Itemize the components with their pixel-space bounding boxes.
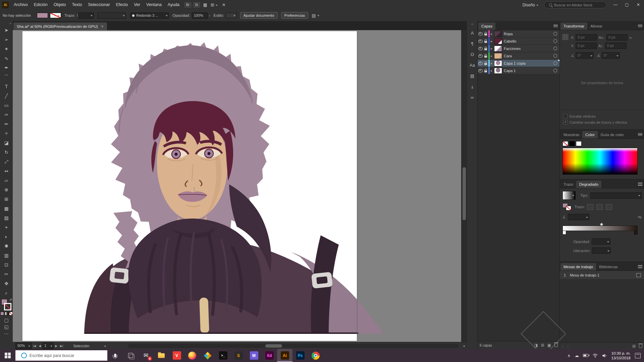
asset-export-panel-icon[interactable]: ⤓ bbox=[467, 81, 478, 92]
maximize-button[interactable]: ▢ bbox=[621, 0, 633, 10]
workspace-switcher[interactable]: Diseño bbox=[523, 3, 539, 7]
tab-degradado[interactable]: Degradado bbox=[576, 181, 601, 188]
horizontal-scrollbar[interactable] bbox=[128, 344, 459, 348]
tool-paintbrush[interactable]: ✑ bbox=[0, 110, 13, 119]
layer-visibility-toggle[interactable] bbox=[478, 62, 483, 65]
taskbar-app-mail[interactable]: ✉ 6 bbox=[138, 349, 154, 362]
layer-visibility-toggle[interactable] bbox=[478, 69, 483, 72]
layer-lock-toggle[interactable] bbox=[483, 62, 488, 65]
color-button[interactable] bbox=[0, 312, 4, 315]
document-tab[interactable]: Sha.ai* al 50% (RGB/Previsualización de … bbox=[13, 22, 107, 30]
opacity-panel-arrow[interactable]: › bbox=[209, 13, 210, 17]
scale-corners-checkbox[interactable] bbox=[563, 114, 568, 118]
layer-lock-toggle[interactable] bbox=[483, 32, 488, 36]
volume-icon[interactable] bbox=[602, 354, 607, 358]
tool-symbol-sprayer[interactable]: ✺ bbox=[0, 241, 13, 251]
tool-artboard[interactable]: ⊡ bbox=[0, 260, 13, 269]
scale-strokes-checkbox[interactable]: ✓ bbox=[563, 120, 568, 124]
artboards-panel-icon[interactable]: ▤ bbox=[467, 71, 478, 81]
panel-menu-icon[interactable] bbox=[638, 265, 642, 268]
panel-menu-icon[interactable] bbox=[638, 24, 642, 27]
layer-expand-icon[interactable]: ▸ bbox=[490, 54, 493, 58]
tab-muestras[interactable]: Muestras bbox=[560, 131, 582, 138]
character-panel-icon[interactable]: A bbox=[467, 28, 478, 39]
menu-edicion[interactable]: Edición bbox=[31, 0, 51, 10]
opentype-panel-icon[interactable]: O bbox=[467, 49, 478, 60]
scroll-left-icon[interactable]: ▸ bbox=[105, 344, 106, 348]
brush-definition[interactable]: Redondo 3 ... bbox=[130, 12, 169, 19]
new-sublayer-icon[interactable]: ⊞ bbox=[541, 343, 544, 348]
layer-target-circle[interactable] bbox=[553, 32, 557, 36]
close-tab-icon[interactable]: × bbox=[101, 24, 104, 29]
tool-selection[interactable]: ➤ bbox=[0, 25, 13, 35]
taskbar-search[interactable]: Escribe aquí para buscar bbox=[15, 350, 107, 361]
onedrive-icon[interactable]: ☁ bbox=[575, 353, 579, 358]
tab-bibliotecas[interactable]: Bibliotecas bbox=[596, 263, 621, 270]
layer-target-circle[interactable] bbox=[553, 39, 557, 43]
delete-layer-icon[interactable] bbox=[554, 344, 558, 347]
layer-expand-icon[interactable]: ▸ bbox=[490, 69, 493, 72]
taskbar-app-adobe-illustrator[interactable]: Ai bbox=[277, 349, 292, 362]
none-button[interactable] bbox=[9, 312, 13, 315]
tool-direct-selection[interactable]: ➢ bbox=[0, 35, 13, 44]
layer-expand-icon[interactable]: ▸ bbox=[490, 47, 493, 50]
tab-transformar[interactable]: Transformar bbox=[560, 22, 587, 30]
menu-seleccionar[interactable]: Seleccionar bbox=[85, 0, 113, 10]
taskbar-clock[interactable]: 10:30 p. m. 13/10/2018 bbox=[611, 351, 631, 360]
gradient-fill-stroke[interactable] bbox=[562, 203, 571, 210]
gradient-stop-right[interactable] bbox=[634, 231, 638, 235]
menu-ayuda[interactable]: Ayuda bbox=[165, 0, 182, 10]
fit-document-button[interactable]: Ajustar documento bbox=[240, 12, 278, 19]
layer-name[interactable]: Ropa bbox=[504, 32, 553, 36]
none-swatch[interactable] bbox=[562, 141, 568, 146]
tool-curvature[interactable]: ⌒ bbox=[0, 72, 13, 82]
gradient-button[interactable] bbox=[5, 312, 8, 315]
taskbar-app-firefox[interactable] bbox=[184, 349, 200, 362]
last-artboard-icon[interactable]: ▶| bbox=[60, 344, 63, 348]
menu-texto[interactable]: Texto bbox=[69, 0, 85, 10]
new-artboard-icon[interactable]: ⊞ bbox=[632, 344, 636, 349]
layer-lock-toggle[interactable] bbox=[483, 54, 488, 58]
menu-ver[interactable]: Ver bbox=[131, 0, 143, 10]
tool-rectangle[interactable]: ▭ bbox=[0, 101, 13, 110]
tool-shape-builder[interactable]: ⊕ bbox=[0, 185, 13, 194]
layer-target-circle[interactable] bbox=[553, 54, 557, 58]
tool-pen[interactable]: ✒ bbox=[0, 63, 13, 72]
layer-row-cabello[interactable]: ▸ Cabello bbox=[478, 38, 560, 45]
stroke-color-swatch[interactable] bbox=[50, 13, 61, 18]
tool-zoom[interactable]: ⌕ bbox=[0, 288, 13, 298]
zoom-level-dropdown[interactable]: 50% bbox=[15, 343, 32, 349]
layer-row-capa-1-copia[interactable]: ▸ Capa 1 copia bbox=[478, 60, 560, 67]
tab-capas[interactable]: Capas bbox=[478, 22, 495, 30]
canvas[interactable] bbox=[13, 30, 461, 342]
document-layout-icon[interactable]: ⊞ bbox=[211, 2, 219, 7]
taskbar-app-diamond[interactable] bbox=[200, 349, 215, 362]
layer-row-cara[interactable]: ▸ Cara bbox=[478, 52, 560, 60]
hidden-icons-chevron[interactable]: ∧ bbox=[568, 353, 571, 358]
link-dimensions-icon[interactable]: ∞ bbox=[629, 36, 632, 40]
gpu-performance-icon[interactable]: ✈ bbox=[221, 2, 227, 8]
artboard-row[interactable]: 1 Mesa de trabajo 1 bbox=[560, 271, 644, 280]
reverse-gradient-icon[interactable]: ⇋ bbox=[638, 215, 642, 220]
layer-visibility-toggle[interactable] bbox=[478, 32, 483, 36]
tool-free-transform[interactable]: ▱ bbox=[0, 176, 13, 185]
fill-stroke-indicator[interactable]: ⇄ bbox=[1, 299, 11, 310]
white-swatch[interactable] bbox=[576, 141, 582, 146]
artboard-name[interactable]: Mesa de trabajo 1 bbox=[570, 273, 599, 277]
battery-icon[interactable] bbox=[583, 354, 588, 357]
layer-name[interactable]: Capa 1 bbox=[504, 69, 553, 73]
preferences-button[interactable]: Preferencias bbox=[281, 12, 309, 19]
next-artboard-icon[interactable]: ▶ bbox=[55, 344, 57, 348]
previous-artboard-icon[interactable]: ◀ bbox=[39, 344, 41, 348]
tool-eyedropper[interactable]: ⌖ bbox=[0, 223, 13, 232]
taskbar-app-terminal[interactable]: >_ bbox=[215, 349, 231, 362]
tab-mesas-de-trabajo[interactable]: Mesas de trabajo bbox=[560, 263, 596, 270]
paragraph-panel-icon[interactable]: ¶ bbox=[467, 39, 478, 49]
taskbar-app-sublime[interactable]: S bbox=[231, 349, 246, 362]
layer-row-ropa[interactable]: ▸ Ropa bbox=[478, 30, 560, 38]
expand-panels-icon[interactable]: ›› bbox=[471, 22, 473, 26]
layer-name[interactable]: Cabello bbox=[504, 39, 553, 43]
fill-color-swatch[interactable] bbox=[37, 13, 48, 18]
stroke-weight-field[interactable] bbox=[78, 12, 94, 19]
tool-perspective-grid[interactable]: ⊞ bbox=[0, 194, 13, 204]
